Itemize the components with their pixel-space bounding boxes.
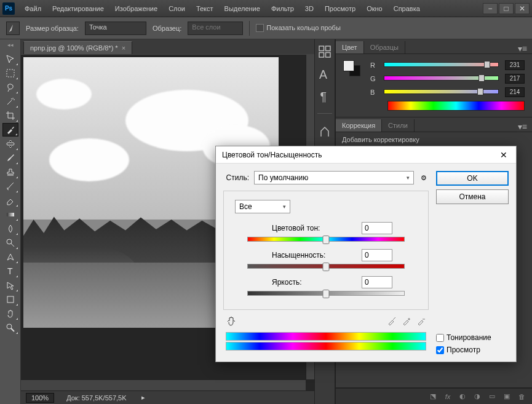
path-select-tool-icon[interactable] (2, 279, 18, 292)
svg-point-3 (7, 239, 12, 244)
toolbox-collapse[interactable]: ◂◂ (0, 42, 20, 49)
style-select[interactable]: По умолчанию▾ (254, 171, 414, 184)
menu-image[interactable]: Изображение (110, 2, 162, 15)
dialog-close-icon[interactable]: ✕ (498, 149, 510, 161)
marquee-tool-icon[interactable] (2, 66, 18, 80)
tab-adjustments[interactable]: Коррекция (336, 119, 382, 132)
stamp-tool-icon[interactable] (2, 165, 18, 179)
spectrum-bar-bottom[interactable] (226, 342, 426, 351)
tab-styles[interactable]: Стили (382, 119, 415, 132)
dialog-titlebar[interactable]: Цветовой тон/Насыщенность ✕ (216, 146, 516, 164)
saturation-slider[interactable] (247, 264, 405, 269)
eyedropper-tool-icon[interactable] (2, 123, 18, 137)
dialog-title-text: Цветовой тон/Насыщенность (222, 151, 322, 159)
gradient-tool-icon[interactable] (2, 208, 18, 221)
wand-tool-icon[interactable] (2, 95, 18, 108)
spectrum-bars (226, 332, 426, 351)
minimize-button[interactable]: − (483, 3, 498, 14)
saturation-label: Насыщенность: (272, 251, 325, 259)
eyedrop-minus-icon[interactable] (416, 316, 426, 326)
menu-filter[interactable]: Фильтр (266, 2, 299, 15)
brush-panel-icon[interactable] (317, 124, 332, 138)
adjust-panel-menu-icon[interactable]: ▾≡ (513, 122, 532, 132)
history-brush-tool-icon[interactable] (2, 180, 18, 193)
r-label: R (370, 61, 378, 69)
zoom-tool-icon[interactable] (2, 321, 18, 335)
dodge-tool-icon[interactable] (2, 236, 18, 250)
close-tab-icon[interactable]: × (122, 44, 125, 52)
hue-slider[interactable] (247, 237, 405, 242)
tint-checkbox[interactable]: Тонирование (436, 333, 509, 342)
spectrum-ramp[interactable] (387, 101, 525, 111)
gear-icon[interactable]: ⚙ (419, 173, 429, 183)
type-tool-icon[interactable]: T (2, 264, 18, 278)
heal-tool-icon[interactable] (2, 137, 18, 151)
svg-text:A: A (319, 68, 327, 81)
menu-layers[interactable]: Слои (164, 2, 190, 15)
blur-tool-icon[interactable] (2, 222, 18, 236)
maximize-button[interactable]: □ (499, 3, 514, 14)
menu-3d[interactable]: 3D (300, 2, 319, 15)
link-icon[interactable]: ⬔ (429, 392, 437, 401)
menu-select[interactable]: Выделение (220, 2, 265, 15)
sample-select[interactable]: Все слои (188, 22, 243, 35)
paragraph-panel-icon[interactable]: ¶ (317, 89, 332, 103)
doc-info-arrow-icon[interactable]: ▸ (141, 394, 145, 402)
document-tab[interactable]: npnp.jpg @ 100% (RGB/8*) * × (23, 41, 132, 54)
crop-tool-icon[interactable] (2, 109, 18, 122)
menu-file[interactable]: Файл (20, 2, 46, 15)
r-value[interactable]: 231 (505, 60, 525, 70)
color-swatches[interactable] (343, 60, 360, 111)
ok-button[interactable]: OK (436, 171, 509, 186)
eyedrop-icon[interactable] (387, 316, 397, 326)
show-ring-checkbox[interactable]: Показать кольцо пробы (256, 24, 341, 33)
foreground-swatch[interactable] (343, 60, 354, 71)
spectrum-bar-top[interactable] (226, 332, 426, 341)
menu-help[interactable]: Справка (389, 2, 425, 15)
range-select[interactable]: Все▾ (235, 200, 290, 213)
menu-view[interactable]: Просмотр (320, 2, 360, 15)
trash-icon[interactable]: 🗑 (517, 392, 526, 401)
menu-edit[interactable]: Редактирование (47, 2, 109, 15)
lightness-input[interactable] (362, 276, 392, 288)
eyedrop-plus-icon[interactable] (402, 316, 411, 326)
saturation-input[interactable] (362, 249, 392, 261)
b-slider[interactable] (384, 89, 499, 95)
zoom-value[interactable]: 100% (26, 393, 54, 403)
g-slider[interactable] (384, 76, 499, 82)
g-value[interactable]: 217 (505, 74, 525, 84)
sample-size-select[interactable]: Точка (85, 22, 146, 35)
options-bar: Размер образца: Точка Образец: Все слои … (0, 17, 532, 39)
close-button[interactable]: ✕ (515, 3, 530, 14)
move-tool-icon[interactable] (2, 52, 18, 66)
tab-color[interactable]: Цвет (336, 41, 364, 53)
menu-text[interactable]: Текст (191, 2, 218, 15)
svg-rect-8 (326, 46, 331, 51)
history-panel-icon[interactable] (317, 44, 332, 59)
menu-window[interactable]: Окно (362, 2, 387, 15)
tool-preset-icon[interactable] (6, 22, 20, 35)
lightness-slider[interactable] (247, 291, 405, 296)
tab-swatches[interactable]: Образцы (364, 41, 405, 53)
lasso-tool-icon[interactable] (2, 81, 18, 94)
b-value[interactable]: 214 (505, 87, 525, 97)
hand-tool-icon[interactable] (2, 307, 18, 320)
brush-tool-icon[interactable] (2, 151, 18, 165)
shape-tool-icon[interactable] (2, 293, 18, 306)
folder-icon[interactable]: ▭ (488, 392, 496, 401)
cancel-button[interactable]: Отмена (436, 189, 509, 204)
mask-icon[interactable]: ◐ (458, 392, 467, 401)
pen-tool-icon[interactable] (2, 250, 18, 264)
horizontal-scrollbar[interactable] (21, 379, 306, 390)
hue-input[interactable] (362, 222, 392, 234)
r-slider[interactable] (384, 62, 499, 68)
preview-checkbox[interactable]: Просмотр (436, 346, 509, 354)
character-panel-icon[interactable]: A (317, 66, 332, 81)
scrubby-hand-icon[interactable] (226, 315, 238, 327)
eraser-tool-icon[interactable] (2, 194, 18, 207)
new-layer-icon[interactable]: ▣ (502, 392, 511, 401)
fx-icon[interactable]: fx (443, 392, 452, 401)
window-controls: − □ ✕ (483, 3, 530, 14)
color-panel-menu-icon[interactable]: ▾≡ (513, 44, 532, 53)
adjustment-icon[interactable]: ◑ (473, 392, 482, 401)
